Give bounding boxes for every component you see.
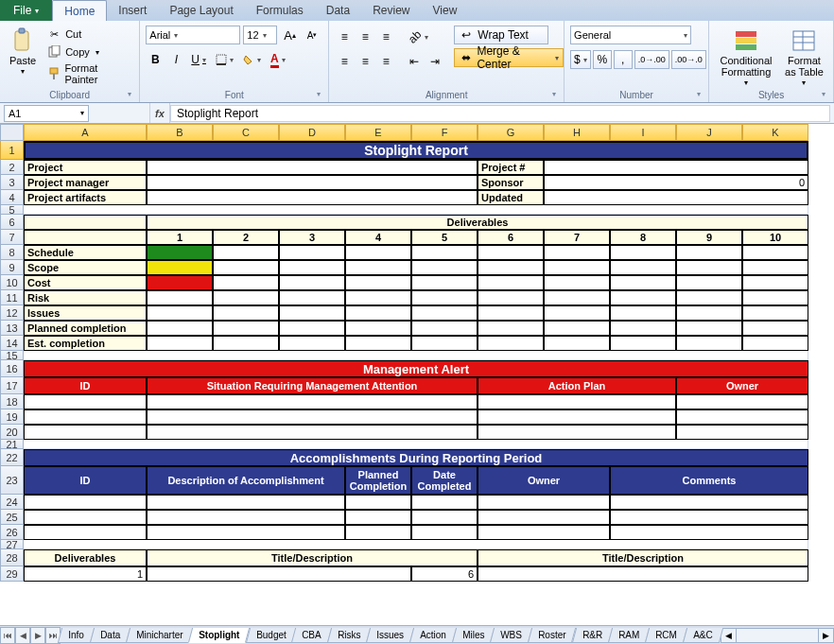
wrap-text-button[interactable]: ↩Wrap Text — [454, 26, 548, 44]
comma-button[interactable]: , — [614, 50, 633, 69]
sheet-tab-r&r[interactable]: R&R — [571, 628, 612, 643]
metric-cell[interactable] — [411, 290, 478, 305]
mgmt-col-id[interactable]: ID — [24, 377, 147, 394]
metric-cell[interactable] — [676, 290, 742, 305]
tab-review[interactable]: Review — [361, 0, 421, 21]
info-value[interactable] — [147, 190, 478, 205]
sheet-tab-a&c[interactable]: A&C — [683, 628, 723, 643]
metric-cell[interactable] — [478, 290, 544, 305]
deliv2-n6[interactable]: 6 — [411, 566, 478, 582]
metric-cell[interactable] — [478, 275, 544, 290]
row-header-9[interactable]: 9 — [0, 260, 24, 275]
alert-cell[interactable] — [676, 425, 808, 440]
accomp-col-planned[interactable]: Planned Completion — [345, 466, 411, 495]
blank[interactable] — [24, 230, 147, 245]
tab-home[interactable]: Home — [52, 0, 107, 21]
metric-cell[interactable] — [478, 260, 544, 275]
metric-cell[interactable] — [411, 305, 478, 321]
accomp-cell[interactable] — [345, 495, 411, 510]
row-header-25[interactable]: 25 — [0, 510, 24, 525]
deliv-num[interactable]: 7 — [544, 230, 610, 245]
row-header-23[interactable]: 23 — [0, 466, 24, 495]
sheet-tab-rcm[interactable]: RCM — [645, 628, 687, 643]
sheet-tab-roster[interactable]: Roster — [528, 628, 577, 643]
row-header-19[interactable]: 19 — [0, 409, 24, 425]
metric-cell[interactable] — [279, 336, 345, 351]
title-cell[interactable]: Stoplight Report — [24, 141, 808, 160]
metric-cell[interactable] — [213, 305, 279, 321]
metric-cell[interactable] — [610, 305, 676, 321]
column-header-I[interactable]: I — [610, 124, 676, 141]
metric-cell[interactable] — [610, 290, 676, 305]
accomp-cell[interactable] — [147, 525, 345, 540]
metric-cell[interactable] — [213, 290, 279, 305]
deliv-num[interactable]: 4 — [345, 230, 411, 245]
accomp-title[interactable]: Accomplishments During Reporting Period — [24, 449, 808, 466]
border-button[interactable] — [212, 50, 237, 69]
align-middle-button[interactable]: ≡ — [356, 27, 374, 46]
info-label[interactable]: Project — [24, 160, 147, 175]
metric-cell[interactable] — [742, 245, 808, 260]
metric-cell[interactable] — [544, 275, 610, 290]
tab-nav-prev[interactable]: ◀ — [15, 627, 30, 644]
info-label[interactable]: Sponsor — [478, 175, 544, 190]
deliv2-label[interactable]: Deliverables — [24, 549, 147, 566]
metric-cell[interactable] — [610, 321, 676, 336]
paste-button[interactable]: Paste ▾ — [6, 26, 40, 78]
blank[interactable] — [24, 351, 808, 360]
accomp-cell[interactable] — [411, 495, 478, 510]
metric-cell[interactable] — [742, 275, 808, 290]
metric-cell[interactable] — [147, 275, 213, 290]
column-header-E[interactable]: E — [345, 124, 411, 141]
file-tab[interactable]: File — [0, 0, 52, 21]
metric-cell[interactable] — [279, 321, 345, 336]
copy-button[interactable]: Copy▾ — [43, 44, 133, 61]
column-header-J[interactable]: J — [676, 124, 742, 141]
merge-center-button[interactable]: ⬌Merge & Center — [454, 48, 564, 67]
row-header-22[interactable]: 22 — [0, 449, 24, 466]
row-header-11[interactable]: 11 — [0, 290, 24, 305]
horizontal-scrollbar[interactable]: ◀ ▶ — [721, 628, 834, 643]
deliverables-header[interactable]: Deliverables — [147, 215, 808, 230]
metric-cell[interactable] — [544, 290, 610, 305]
sheet-tab-minicharter[interactable]: Minicharter — [126, 628, 194, 643]
metric-cell[interactable] — [544, 305, 610, 321]
metric-cell[interactable] — [742, 260, 808, 275]
accomp-col-completed[interactable]: Date Completed — [411, 466, 478, 495]
mgmt-col-situation[interactable]: Situation Requiring Management Attention — [147, 377, 478, 394]
accomp-col-owner[interactable]: Owner — [478, 466, 610, 495]
metric-cell[interactable] — [213, 260, 279, 275]
sheet-tab-cba[interactable]: CBA — [291, 628, 332, 643]
conditional-formatting-button[interactable]: Conditional Formatting▾ — [715, 26, 777, 89]
column-header-G[interactable]: G — [478, 124, 544, 141]
metric-cell[interactable] — [610, 245, 676, 260]
grow-font-button[interactable]: A▴ — [280, 26, 300, 44]
name-box[interactable]: A1▾ — [4, 105, 89, 122]
orientation-button[interactable]: ab — [405, 27, 431, 46]
metric-cell[interactable] — [279, 245, 345, 260]
accomp-cell[interactable] — [24, 525, 147, 540]
tab-page-layout[interactable]: Page Layout — [158, 0, 244, 21]
deliv-num[interactable]: 2 — [213, 230, 279, 245]
metric-cell[interactable] — [676, 336, 742, 351]
metric-cell[interactable] — [147, 336, 213, 351]
metric-cell[interactable] — [478, 245, 544, 260]
column-header-A[interactable]: A — [24, 124, 147, 141]
sheet-tab-info[interactable]: Info — [58, 628, 95, 643]
info-label[interactable]: Project manager — [24, 175, 147, 190]
blank[interactable] — [24, 540, 808, 549]
metric-cell[interactable] — [411, 321, 478, 336]
info-value[interactable] — [147, 175, 478, 190]
metric-cell[interactable] — [676, 245, 742, 260]
metric-cell[interactable] — [742, 321, 808, 336]
metric-cell[interactable] — [279, 290, 345, 305]
align-bottom-button[interactable]: ≡ — [376, 27, 395, 46]
accomp-cell[interactable] — [24, 510, 147, 525]
tab-nav-first[interactable]: ⏮ — [0, 627, 15, 644]
accomp-cell[interactable] — [478, 510, 610, 525]
deliv-num[interactable]: 1 — [147, 230, 213, 245]
sheet-tab-issues[interactable]: Issues — [366, 628, 414, 643]
align-center-button[interactable]: ≡ — [356, 52, 374, 71]
deliv-num[interactable]: 3 — [279, 230, 345, 245]
accomp-col-desc[interactable]: Description of Accomplishment — [147, 466, 345, 495]
